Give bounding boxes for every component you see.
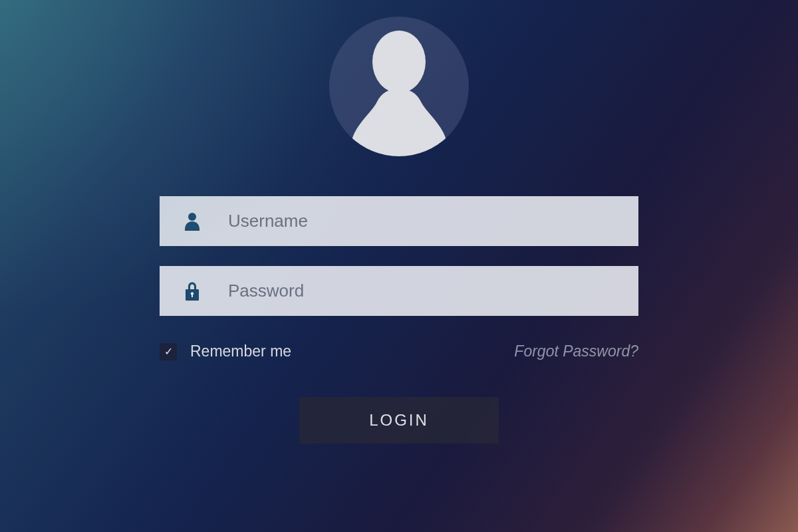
user-icon bbox=[183, 211, 201, 232]
svg-point-0 bbox=[372, 31, 426, 93]
user-silhouette-icon bbox=[329, 17, 469, 156]
svg-rect-4 bbox=[192, 294, 193, 297]
checkmark-icon: ✓ bbox=[164, 346, 173, 357]
options-row: ✓ Remember me Forgot Password? bbox=[160, 342, 638, 360]
login-button[interactable]: LOGIN bbox=[299, 397, 499, 444]
login-form: ✓ Remember me Forgot Password? LOGIN bbox=[160, 196, 638, 444]
forgot-password-link[interactable]: Forgot Password? bbox=[514, 342, 638, 360]
remember-me-checkbox[interactable]: ✓ bbox=[160, 343, 177, 360]
remember-me-label: Remember me bbox=[190, 342, 291, 360]
username-field-container bbox=[160, 196, 638, 246]
password-input[interactable] bbox=[228, 281, 615, 301]
lock-icon bbox=[183, 281, 201, 302]
remember-me-container: ✓ Remember me bbox=[160, 342, 291, 360]
password-field-container bbox=[160, 266, 638, 316]
username-input[interactable] bbox=[228, 211, 615, 231]
svg-point-1 bbox=[188, 213, 196, 221]
avatar-placeholder bbox=[329, 17, 469, 156]
